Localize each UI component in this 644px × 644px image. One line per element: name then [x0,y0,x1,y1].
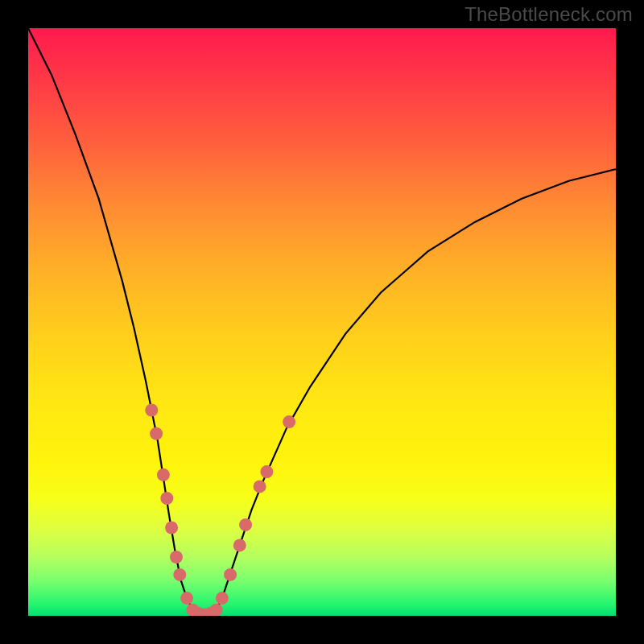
data-marker [224,568,237,581]
data-marker [157,469,170,481]
data-marker [239,518,252,531]
data-marker [165,522,178,535]
chart-svg [28,28,616,616]
data-marker [260,465,273,478]
watermark-text: TheBottleneck.com [464,3,633,26]
data-marker [150,427,163,440]
data-marker [170,551,183,564]
data-marker [160,492,173,505]
data-marker [180,592,193,605]
plot-area [28,28,616,616]
data-marker [254,480,266,493]
bottleneck-curve [28,28,616,616]
data-marker [233,539,246,551]
data-marker [283,415,295,428]
outer-frame: TheBottleneck.com [0,0,644,644]
data-marker [210,604,223,616]
data-marker [216,592,229,605]
data-marker [145,404,158,417]
data-marker [173,568,186,581]
